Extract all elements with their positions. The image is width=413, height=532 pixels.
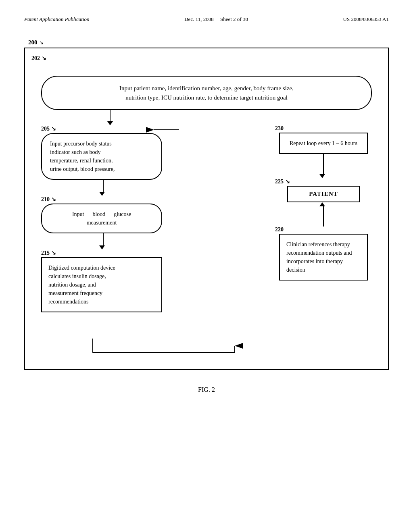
label-205: 205 ↘ xyxy=(41,125,56,132)
arrow-205-icon: ↘ xyxy=(51,126,56,132)
label-215: 215 ↘ xyxy=(41,249,56,256)
label-220: 220 xyxy=(275,227,284,233)
box-230-text: Repeat loop every 1 – 6 hours xyxy=(290,140,357,146)
box-220: Clinician references therapyrecommendati… xyxy=(279,234,368,281)
box-210: Input blood glucosemeasurement xyxy=(41,204,162,233)
box-202-text: Input patient name, identification numbe… xyxy=(119,85,294,101)
box-215: Digitized computation devicecalculates i… xyxy=(41,257,162,312)
diagram-area: 200 ↘ 202 ↘ Input patient name, identifi… xyxy=(24,39,389,370)
box-215-text: Digitized computation devicecalculates i… xyxy=(48,265,115,305)
box-225: PATIENT xyxy=(287,186,360,202)
patent-number: US 2008/0306353 A1 xyxy=(343,16,389,22)
header-left: Patent Application Publication xyxy=(24,16,90,23)
header-right: US 2008/0306353 A1 xyxy=(343,16,389,23)
box-205: Input precursor body statusindicator suc… xyxy=(41,133,162,180)
arrow-202-icon: ↘ xyxy=(42,55,46,61)
box-205-text: Input precursor body statusindicator suc… xyxy=(50,141,115,172)
header-center: Dec. 11, 2008 Sheet 2 of 30 xyxy=(184,16,248,23)
box-230: Repeat loop every 1 – 6 hours xyxy=(279,133,368,154)
figure-label: FIG. 2 xyxy=(198,386,215,393)
label-225: 225 ↘ xyxy=(275,178,290,185)
box-202: Input patient name, identification numbe… xyxy=(41,76,372,110)
header: Patent Application Publication Dec. 11, … xyxy=(0,0,413,27)
arrow-210-icon: ↘ xyxy=(51,196,56,202)
box-210-text: Input blood glucosemeasurement xyxy=(72,211,131,226)
fig-caption: FIG. 2 xyxy=(0,386,413,393)
arrow-215-icon: ↘ xyxy=(51,250,56,256)
box-225-text: PATIENT xyxy=(309,191,338,197)
arrow-200-icon: ↘ xyxy=(39,39,44,46)
outer-box: 202 ↘ Input patient name, identification… xyxy=(24,48,389,370)
label-210: 210 ↘ xyxy=(41,196,56,203)
label-230: 230 xyxy=(275,125,284,132)
label-202: 202 ↘ xyxy=(31,55,46,62)
publication-label: Patent Application Publication xyxy=(24,16,90,22)
page: Patent Application Publication Dec. 11, … xyxy=(0,0,413,532)
sheet-label: Sheet 2 of 30 xyxy=(220,16,248,22)
label-200: 200 xyxy=(28,39,38,46)
arrow-225-icon: ↘ xyxy=(285,179,290,185)
box-220-text: Clinician references therapyrecommendati… xyxy=(286,241,352,273)
date-label: Dec. 11, 2008 xyxy=(184,16,213,22)
